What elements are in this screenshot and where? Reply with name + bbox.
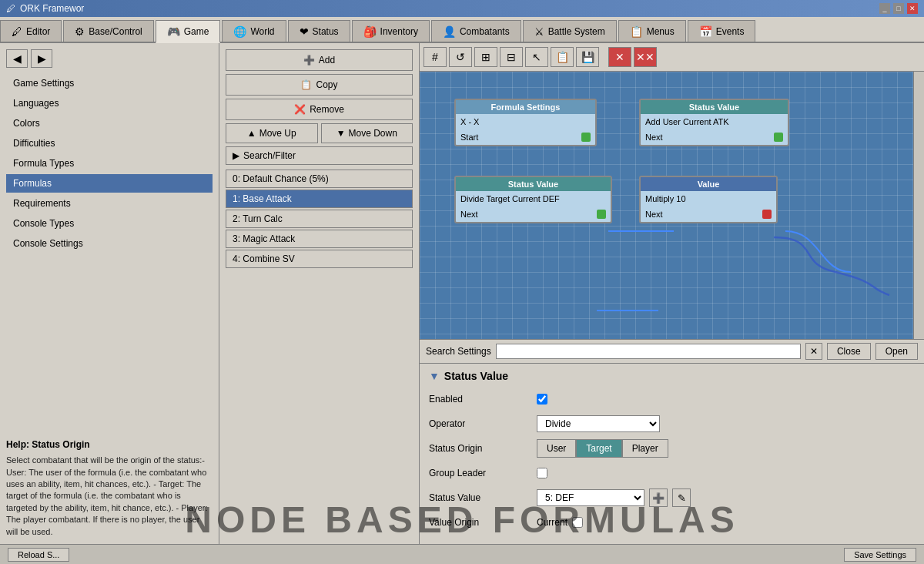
operator-select[interactable]: Add Subtract Multiply Divide [537,415,660,432]
tab-game[interactable]: 🎮 Game [156,20,221,43]
hash-tool-button[interactable]: # [424,47,447,67]
nav-forward-button[interactable]: ▶ [31,49,52,68]
tab-combatants[interactable]: 👤 Combatants [431,20,521,42]
detail-row-enabled: Enabled [429,390,915,408]
status-value-add-button[interactable]: ➕ [649,488,668,507]
node-canvas[interactable]: Formula Settings X - X Start Status Valu… [420,72,913,339]
help-section: Help: Status Origin Select combatant tha… [6,439,213,538]
sidebar-item-console-settings[interactable]: Console Settings [6,234,213,253]
app-title: ORK Framewor [20,3,84,14]
sidebar-item-console-types[interactable]: Console Types [6,214,213,233]
search-open-button[interactable]: Open [875,343,918,360]
formula-item-3[interactable]: 3: Magic Attack [226,230,413,248]
detail-row-group-leader: Group Leader [429,464,915,482]
search-input[interactable] [496,344,801,359]
sidebar-item-requirements[interactable]: Requirements [6,194,213,213]
save-settings-button[interactable]: Save Settings [844,548,916,562]
node-status-value-2[interactable]: Status Value Divide Target Current DEF N… [454,176,612,223]
tab-events[interactable]: 📅 Events [688,20,756,42]
tab-menus[interactable]: 📋 Menus [618,20,686,42]
sidebar-item-game-settings[interactable]: Game Settings [6,74,213,92]
sidebar-item-formula-types[interactable]: Formula Types [6,154,213,173]
remove-button[interactable]: ❌ Remove [226,99,413,120]
tab-editor[interactable]: 🖊 Editor [0,20,62,42]
node-value-1[interactable]: Value Multiply 10 Next [639,176,778,223]
node-status-value-1[interactable]: Status Value Add User Current ATK Next [639,99,789,146]
arrow-up-icon: ▲ [247,128,256,139]
current-label: Current [537,517,567,528]
formula-item-0[interactable]: 0: Default Chance (5%) [226,170,413,188]
canvas-scrollbar[interactable] [913,72,924,339]
minimize-button[interactable]: _ [879,3,890,14]
sidebar-item-colors[interactable]: Colors [6,114,213,133]
tab-battle-system[interactable]: ⚔ Battle System [523,20,617,42]
radio-player[interactable]: Player [622,439,668,458]
status-value-2-row-def: Divide Target Current DEF [456,191,611,206]
nav-tabs: 🖊 Editor ⚙ Base/Control 🎮 Game 🌐 World ❤… [0,17,924,43]
detail-row-operator: Operator Add Subtract Multiply Divide [429,415,915,433]
group-leader-checkbox[interactable] [537,468,547,478]
status-origin-radio-group: User Target Player [537,439,668,458]
formula-item-4[interactable]: 4: Combine SV [226,250,413,268]
start-port[interactable] [581,133,591,142]
triangle-icon: ▶ [233,150,239,161]
copy-button[interactable]: 📋 Copy [226,74,413,96]
value-origin-checkbox[interactable] [572,517,583,528]
search-filter-toggle[interactable]: ▶ Search/Filter [226,146,413,165]
status-value-label: Status Value [429,492,537,503]
tab-inventory[interactable]: 🎒 Inventory [352,20,430,42]
refresh-tool-button[interactable]: ↺ [449,47,472,67]
status-bar: Reload S... NODE BASED FORMULAS Save Set… [0,544,924,564]
node-formula-settings[interactable]: Formula Settings X - X Start [454,99,597,146]
canvas-area: # ↺ ⊞ ⊟ ↖ 📋 💾 ✕ ✕✕ [420,43,924,544]
tab-status[interactable]: ❤ Status [288,20,350,42]
reload-button[interactable]: Reload S... [8,548,69,562]
value-1-header: Value [641,177,776,191]
status-value-select[interactable]: 5: DEF [537,489,644,506]
help-title: Help: Status Origin [6,439,213,450]
formula-settings-header: Formula Settings [456,100,595,114]
move-up-button[interactable]: ▲ Move Up [226,123,318,143]
copy-tool-button[interactable]: 📋 [551,47,574,67]
radio-target[interactable]: Target [576,439,621,458]
value-1-next-port[interactable] [762,210,772,219]
radio-user[interactable]: User [537,439,576,458]
game-icon: 🎮 [167,25,180,38]
base-control-icon: ⚙ [75,25,85,38]
status-value-1-next-port[interactable] [774,133,783,142]
delete-all-button[interactable]: ✕✕ [634,47,657,67]
status-value-1-row-atk: Add User Current ATK [641,114,788,129]
formula-item-2[interactable]: 2: Turn Calc [226,210,413,228]
copy-icon: 📋 [300,79,312,90]
canvas-toolbar: # ↺ ⊞ ⊟ ↖ 📋 💾 ✕ ✕✕ [420,43,924,72]
operator-label: Operator [429,418,537,429]
search-close-button[interactable]: Close [827,343,871,360]
detail-collapse-button[interactable]: ▼ [429,370,440,382]
save-tool-button[interactable]: 💾 [576,47,599,67]
formula-item-1[interactable]: 1: Base Attack [226,190,413,208]
delete-button[interactable]: ✕ [608,47,631,67]
maximize-button[interactable]: □ [893,3,904,14]
sidebar-item-difficulties[interactable]: Difficulties [6,134,213,153]
status-value-2-next-port[interactable] [597,210,606,219]
add-button[interactable]: ➕ Add [226,49,413,71]
sidebar-item-languages[interactable]: Languages [6,94,213,112]
status-value-edit-button[interactable]: ✎ [672,488,691,507]
close-button[interactable]: ✕ [907,3,918,14]
nav-back-button[interactable]: ◀ [6,49,28,68]
move-buttons: ▲ Move Up ▼ Move Down [226,123,413,143]
home-tool-button[interactable]: ↖ [525,47,548,67]
detail-title: Status Value [444,370,508,382]
move-down-button[interactable]: ▼ Move Down [321,123,413,143]
inventory-icon: 🎒 [363,25,377,38]
tab-world[interactable]: 🌐 World [222,20,286,42]
main-layout: ◀ ▶ Game Settings Languages Colors Diffi… [0,43,924,544]
grid-add-button[interactable]: ⊞ [474,47,497,67]
grid-remove-button[interactable]: ⊟ [500,47,523,67]
world-icon: 🌐 [233,25,246,38]
enabled-checkbox[interactable] [537,394,547,405]
tab-base-control[interactable]: ⚙ Base/Control [63,20,153,42]
search-clear-button[interactable]: ✕ [805,343,822,360]
sidebar-item-formulas[interactable]: Formulas [6,174,213,193]
group-leader-label: Group Leader [429,468,537,478]
